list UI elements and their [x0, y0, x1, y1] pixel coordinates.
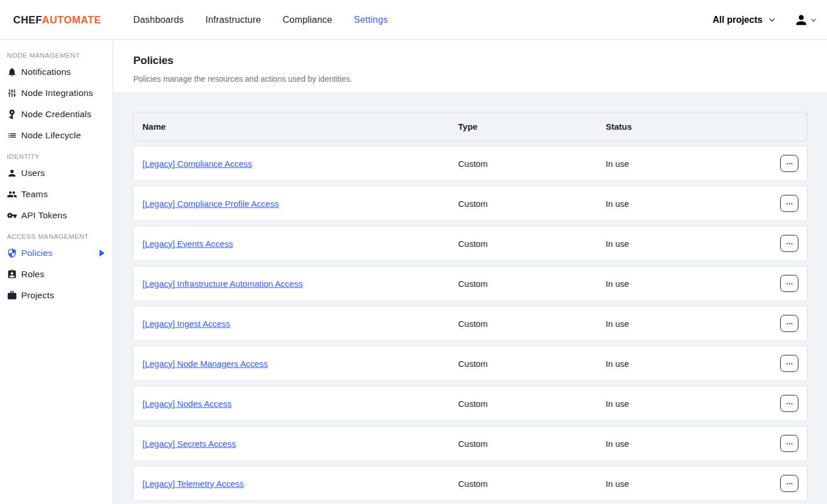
column-header-status: Status	[606, 122, 780, 131]
sidebar-item-label: Notifications	[21, 67, 71, 77]
sidebar-section-access-management: ACCESS MANAGEMENTPoliciesRolesProjects	[0, 231, 113, 306]
policy-link[interactable]: [Legacy] Compliance Access	[142, 159, 252, 169]
policy-link[interactable]: [Legacy] Compliance Profile Access	[142, 199, 279, 209]
ellipsis-icon	[784, 478, 795, 489]
table-row: [Legacy] Infrastructure Automation Acces…	[133, 266, 808, 301]
row-menu-button[interactable]	[780, 155, 798, 172]
key-icon	[7, 210, 17, 221]
table-row: [Legacy] Events AccessCustomIn use	[133, 226, 808, 261]
policies-table: Name Type Status [Legacy] Compliance Acc…	[133, 112, 808, 501]
projects-dropdown[interactable]: All projects	[713, 0, 777, 40]
ellipsis-icon	[784, 198, 795, 209]
page-header: Policies Policies manage the resources a…	[113, 40, 827, 92]
sidebar-item-projects[interactable]: Projects	[0, 285, 113, 306]
column-header-name: Name	[142, 122, 458, 131]
badge-icon	[7, 269, 17, 279]
sidebar-item-label: Node Integrations	[21, 88, 93, 98]
table-row: [Legacy] Compliance AccessCustomIn use	[133, 146, 808, 181]
policy-link[interactable]: [Legacy] Ingest Access	[142, 319, 230, 329]
briefcase-icon	[7, 290, 17, 301]
policy-link[interactable]: [Legacy] Infrastructure Automation Acces…	[142, 279, 303, 289]
chevron-down-icon	[810, 17, 817, 24]
sidebar-item-node-integrations[interactable]: Node Integrations	[0, 82, 113, 103]
policy-type: Custom	[458, 159, 606, 169]
policy-status: In use	[606, 319, 780, 329]
policy-status: In use	[606, 279, 780, 289]
ellipsis-icon	[784, 278, 795, 289]
ellipsis-icon	[784, 398, 795, 409]
table-row: [Legacy] Telemetry AccessCustomIn use	[133, 466, 808, 501]
logo-automate: AUTOMATE	[42, 14, 102, 26]
policy-type: Custom	[458, 279, 606, 289]
policy-status: In use	[606, 399, 780, 409]
sidebar-item-notifications[interactable]: Notifications	[0, 61, 113, 82]
row-menu-button[interactable]	[780, 195, 798, 212]
sidebar-item-api-tokens[interactable]: API Tokens	[0, 205, 113, 226]
nav-infrastructure[interactable]: Infrastructure	[205, 15, 261, 25]
logo-chef: CHEF	[13, 14, 42, 26]
row-menu-button[interactable]	[780, 395, 798, 412]
sidebar-item-label: Users	[21, 168, 45, 178]
top-bar: CHEFAUTOMATE DashboardsInfrastructureCom…	[0, 0, 827, 40]
policy-type: Custom	[458, 239, 606, 249]
content-area: Name Type Status [Legacy] Compliance Acc…	[113, 92, 827, 504]
sidebar-item-label: Roles	[21, 269, 45, 279]
table-row: [Legacy] Ingest AccessCustomIn use	[133, 306, 808, 341]
sidebar-item-roles[interactable]: Roles	[0, 263, 113, 285]
group-icon	[7, 189, 17, 199]
person-icon	[7, 168, 17, 178]
expand-arrow-icon	[100, 250, 105, 257]
nav-settings[interactable]: Settings	[354, 15, 388, 25]
row-menu-button[interactable]	[780, 435, 798, 452]
ellipsis-icon	[784, 238, 795, 249]
sidebar: NODE MANAGEMENTNotificationsNode Integra…	[0, 40, 113, 504]
policy-type: Custom	[458, 199, 606, 209]
nav-compliance[interactable]: Compliance	[283, 15, 332, 25]
policy-type: Custom	[458, 439, 606, 449]
chevron-down-icon	[768, 15, 777, 25]
policy-type: Custom	[458, 479, 606, 489]
table-row: [Legacy] Secrets AccessCustomIn use	[133, 426, 808, 461]
row-menu-button[interactable]	[780, 355, 798, 372]
ellipsis-icon	[784, 158, 795, 169]
policy-link[interactable]: [Legacy] Node Managers Access	[142, 359, 268, 369]
user-menu[interactable]	[794, 0, 817, 40]
policy-status: In use	[606, 439, 780, 449]
user-avatar-icon	[794, 13, 809, 27]
policy-link[interactable]: [Legacy] Nodes Access	[142, 399, 232, 409]
ellipsis-icon	[784, 318, 795, 329]
sidebar-item-policies[interactable]: Policies	[0, 242, 113, 263]
key-vertical-icon	[7, 109, 17, 119]
sidebar-section-identity: IDENTITYUsersTeamsAPI Tokens	[0, 151, 113, 226]
sidebar-item-users[interactable]: Users	[0, 162, 113, 183]
sidebar-section-title: ACCESS MANAGEMENT	[0, 231, 113, 242]
policy-link[interactable]: [Legacy] Telemetry Access	[142, 479, 244, 489]
sidebar-section-title: IDENTITY	[0, 151, 113, 162]
policy-type: Custom	[458, 319, 606, 329]
nav-dashboards[interactable]: Dashboards	[133, 15, 184, 25]
sidebar-item-label: Teams	[21, 189, 48, 199]
policy-status: In use	[606, 359, 780, 369]
chef-automate-logo[interactable]: CHEFAUTOMATE	[13, 0, 101, 40]
row-menu-button[interactable]	[780, 275, 798, 292]
page-subtitle: Policies manage the resources and action…	[133, 74, 827, 84]
policy-type: Custom	[458, 359, 606, 369]
row-menu-button[interactable]	[780, 235, 798, 252]
sidebar-item-label: Node Lifecycle	[21, 130, 81, 141]
sidebar-item-node-lifecycle[interactable]: Node Lifecycle	[0, 125, 113, 146]
row-menu-button[interactable]	[780, 315, 798, 332]
sliders-icon	[7, 88, 17, 98]
row-menu-button[interactable]	[780, 475, 798, 492]
sidebar-item-node-credentials[interactable]: Node Credentials	[0, 103, 113, 125]
policy-status: In use	[606, 199, 780, 209]
policy-link[interactable]: [Legacy] Secrets Access	[142, 439, 236, 449]
policy-type: Custom	[458, 399, 606, 409]
sidebar-section-title: NODE MANAGEMENT	[0, 50, 113, 61]
ellipsis-icon	[784, 358, 795, 369]
list-icon	[7, 130, 17, 141]
sidebar-section-node-management: NODE MANAGEMENTNotificationsNode Integra…	[0, 50, 113, 146]
sidebar-item-teams[interactable]: Teams	[0, 183, 113, 205]
column-header-type: Type	[458, 122, 606, 131]
policy-status: In use	[606, 239, 780, 249]
policy-link[interactable]: [Legacy] Events Access	[142, 239, 233, 249]
